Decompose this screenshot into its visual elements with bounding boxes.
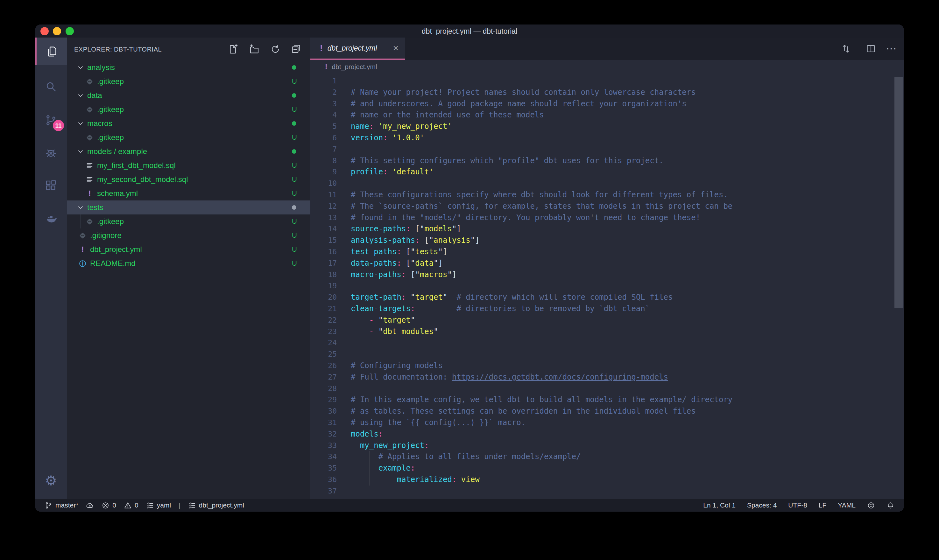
tree-folder-tests[interactable]: tests [67,200,310,214]
code-line-12[interactable]: # The `source-paths` config, for example… [351,201,733,212]
code-line-16[interactable]: test-paths: ["tests"] [351,246,447,258]
code-token: [" [406,259,415,268]
code-token: # as tables. These settings can be overr… [351,407,696,415]
code-line-33[interactable]: my_new_project: [351,440,429,451]
tab-dbt-project-yml[interactable]: ! dbt_project.yml × [310,37,405,60]
code-token: macros [420,270,448,279]
tree-file-readme-md[interactable]: README.mdU [67,257,310,271]
tree-file-my-first-dbt-model-sql[interactable]: my_first_dbt_model.sqlU [67,158,310,172]
status-item-branch-status[interactable]: master* [45,502,78,509]
code-token: '1.0.0' [392,133,424,142]
activity-item-source-control[interactable]: 11 [35,106,67,134]
line-number: 32 [310,429,337,440]
open-changes-button[interactable] [841,44,851,54]
status-item-language-mode[interactable]: YAML [838,502,856,509]
code-line-21[interactable]: clean-targets: # directories to be remov… [351,303,650,315]
code-line-5[interactable]: name: 'my_new_project' [351,121,452,132]
code-line-27[interactable]: # Full documentation: https://docs.getdb… [351,372,668,383]
status-item-notifications[interactable] [887,502,894,509]
code-token: source-paths [351,224,406,233]
status-item-eol-sequence[interactable]: LF [819,502,827,509]
code-line-30[interactable]: # as tables. These settings can be overr… [351,406,696,417]
code-token: " [411,293,415,302]
tree-file--gitkeep[interactable]: .gitkeepU [67,103,310,117]
status-item-errors[interactable]: 0 [102,502,116,509]
code-token: version [351,133,383,142]
code-line-20[interactable]: target-path: "target" # directory which … [351,292,673,303]
explorer-icon [46,45,58,58]
breadcrumb[interactable]: ! dbt_project.yml [310,60,904,74]
status-item-feedback[interactable] [867,502,875,509]
code-token: : [397,259,402,268]
new-file-button[interactable] [228,44,239,55]
activity-item-settings[interactable]: ⚙ [35,467,67,494]
code-line-35[interactable]: example: [351,463,415,474]
activity-item-search[interactable] [35,72,67,100]
code-line-8[interactable]: # This setting configures which "profile… [351,155,663,167]
code-line-3[interactable]: # and underscores. A good package name s… [351,98,687,110]
code-line-36[interactable]: materialized: view [351,474,480,486]
tree-file--gitkeep[interactable]: .gitkeepU [67,74,310,88]
activity-item-run-debug[interactable] [35,139,67,166]
code-line-17[interactable]: data-paths: ["data"] [351,258,443,269]
activity-item-docker[interactable] [35,205,67,232]
status-item-publish-changes[interactable] [86,502,94,509]
status-item-indentation[interactable]: Spaces: 4 [747,502,777,509]
code-line-29[interactable]: # In this example config, we tell dbt to… [351,394,733,406]
code-line-22[interactable]: - "target" [351,315,415,326]
status-item-yaml-schema-status[interactable]: yaml [146,502,171,509]
code-line-13[interactable]: # found in the "models/" directory. You … [351,212,700,224]
code-token: " [379,315,383,325]
code-line-15[interactable]: analysis-paths: ["analysis"] [351,235,480,246]
code-token: : [397,247,402,256]
code-editor[interactable]: 12# Name your project! Project names sho… [310,74,904,499]
code-line-23[interactable]: - "dbt_modules" [351,326,438,338]
git-untracked-badge: U [292,231,297,240]
code-token: " [443,293,447,302]
tree-file-dbt-project-yml[interactable]: !dbt_project.ymlU [67,243,310,257]
folder-label: analysis [87,63,115,72]
tree-file-schema-yml[interactable]: !schema.ymlU [67,186,310,200]
split-editor-button[interactable] [866,44,876,54]
code-line-34[interactable]: # Applies to all files under models/exam… [351,451,580,463]
status-item-dbt-project-status[interactable]: dbt_project.yml [188,502,244,509]
file-label: .gitkeep [97,105,124,114]
code-line-18[interactable]: macro-paths: ["macros"] [351,269,456,281]
status-item-warnings[interactable]: 0 [124,502,139,509]
code-token: "] [452,224,461,233]
line-number: 34 [310,451,337,463]
vscode-window: dbt_project.yml — dbt-tutorial 11⚙ EXPLO… [35,25,904,512]
more-actions-button[interactable]: ⋯ [886,44,896,54]
code-token: - [369,315,374,325]
tree-file--gitkeep[interactable]: .gitkeepU [67,131,310,145]
tree-file--gitkeep[interactable]: .gitkeepU [67,214,310,228]
tree-folder-analysis[interactable]: analysis [67,60,310,74]
title-bar[interactable]: dbt_project.yml — dbt-tutorial [35,25,904,37]
breadcrumb-item-filename[interactable]: dbt_project.yml [332,63,377,71]
code-line-9[interactable]: profile: 'default' [351,166,434,178]
status-item-cursor-position[interactable]: Ln 1, Col 1 [703,502,736,509]
code-line-4[interactable]: # name or the intended use of these mode… [351,109,544,121]
code-line-6[interactable]: version: '1.0.0' [351,132,424,144]
activity-item-explorer[interactable] [35,37,67,65]
collapse-folders-button[interactable] [291,44,302,55]
refresh-explorer-button[interactable] [270,44,281,55]
tree-file-my-second-dbt-model-sql[interactable]: my_second_dbt_model.sqlU [67,172,310,186]
git-untracked-badge: U [292,259,297,268]
tree-folder-data[interactable]: data [67,88,310,103]
code-line-11[interactable]: # These configurations specify where dbt… [351,189,728,201]
code-line-26[interactable]: # Configuring models [351,360,443,372]
editor-scrollbar[interactable] [894,77,904,308]
status-item-encoding[interactable]: UTF-8 [788,502,807,509]
tree-file--gitignore[interactable]: .gitignoreU [67,228,310,243]
code-line-14[interactable]: source-paths: ["models"] [351,223,461,235]
activity-item-extensions[interactable] [35,171,67,199]
line-number: 16 [310,246,337,258]
tree-folder-models-example[interactable]: models / example [67,145,310,158]
code-line-2[interactable]: # Name your project! Project names shoul… [351,87,696,98]
code-line-32[interactable]: models: [351,429,383,440]
code-line-31[interactable]: # using the `{{ config(...) }}` macro. [351,417,525,429]
new-folder-button[interactable] [249,44,260,55]
tree-folder-macros[interactable]: macros [67,117,310,131]
close-tab-icon[interactable]: × [393,43,399,53]
